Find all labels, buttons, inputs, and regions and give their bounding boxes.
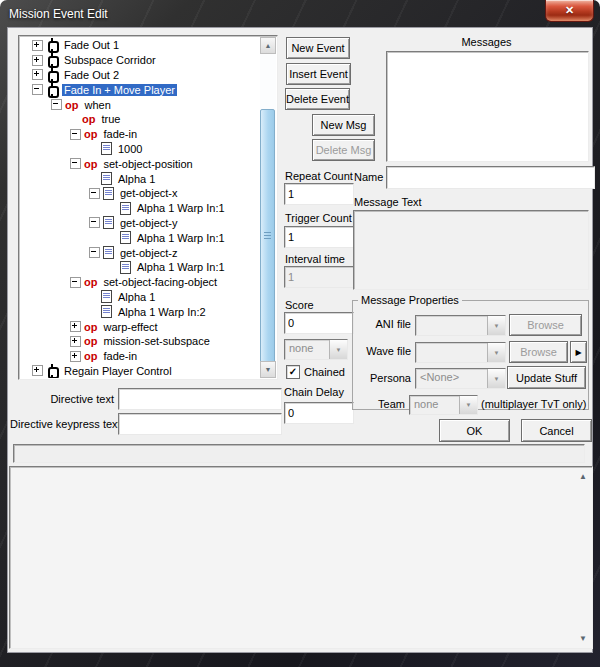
dialog-client-area: Fade Out 1Subspace CorridorFade Out 2Fad… xyxy=(8,28,592,652)
close-button[interactable]: ✕ xyxy=(545,0,594,22)
scroll-up-button[interactable]: ▲ xyxy=(260,37,276,54)
collapse-minus-icon[interactable] xyxy=(70,129,81,140)
cancel-button[interactable]: Cancel xyxy=(521,419,592,442)
tree-row[interactable]: get-object-z xyxy=(20,245,260,260)
collapse-minus-icon[interactable] xyxy=(89,247,100,258)
tree-row[interactable]: opfade-in xyxy=(20,127,260,142)
repeat-count-input[interactable] xyxy=(284,183,354,205)
collapse-minus-icon[interactable] xyxy=(70,277,81,288)
directive-keypress-label: Directive keypress text xyxy=(10,418,114,430)
score-input[interactable] xyxy=(284,312,354,334)
name-input[interactable] xyxy=(386,166,595,189)
trigger-count-label: Trigger Count xyxy=(285,212,352,224)
delete-event-button[interactable]: Delete Event xyxy=(285,88,350,110)
tree-row[interactable]: 1000 xyxy=(20,142,260,157)
scrollbar-thumb[interactable] xyxy=(260,109,275,363)
title-bar[interactable]: Mission Event Edit ✕ xyxy=(0,0,600,28)
interval-time-input xyxy=(284,266,354,288)
persona-combo: <None> ▼ xyxy=(415,368,506,389)
expand-plus-icon[interactable] xyxy=(32,55,43,66)
tree-scrollbar[interactable]: ▲ ▼ xyxy=(260,37,276,378)
tree-row[interactable]: opset-object-facing-object xyxy=(20,275,260,290)
interval-time-label: Interval time xyxy=(285,253,345,265)
chained-checkbox[interactable]: ✓ xyxy=(286,365,300,379)
tree-row[interactable]: Subspace Corridor xyxy=(20,53,260,68)
tree-row[interactable]: Alpha 1 Warp In:1 xyxy=(20,230,260,245)
ani-file-combo: ▼ xyxy=(415,315,506,336)
chain-link-icon xyxy=(46,38,58,52)
new-msg-label: New Msg xyxy=(321,119,367,131)
scroll-up-icon[interactable]: ▲ xyxy=(579,472,587,481)
wave-browse-button: Browse xyxy=(509,341,568,363)
tree-row[interactable]: Alpha 1 xyxy=(20,290,260,305)
expand-plus-icon[interactable] xyxy=(32,365,43,376)
tree-row[interactable]: Regain Player Control xyxy=(20,364,260,378)
check-icon: ✓ xyxy=(289,367,297,377)
data-node-icon xyxy=(101,142,112,155)
event-tree[interactable]: Fade Out 1Subspace CorridorFade Out 2Fad… xyxy=(18,35,278,380)
scroll-down-button[interactable]: ▼ xyxy=(260,361,276,378)
collapse-minus-icon[interactable] xyxy=(51,99,62,110)
tree-node-label: set-object-facing-object xyxy=(101,276,219,288)
expand-plus-icon[interactable] xyxy=(70,351,81,362)
tree-row[interactable]: opset-object-position xyxy=(20,156,260,171)
tree-row[interactable]: Fade Out 2 xyxy=(20,68,260,83)
message-properties-title: Message Properties xyxy=(358,294,462,306)
chain-delay-input[interactable] xyxy=(284,402,354,424)
update-stuff-button[interactable]: Update Stuff xyxy=(507,366,586,389)
messages-label: Messages xyxy=(386,36,587,48)
tree-row[interactable]: opwhen xyxy=(20,97,260,112)
tree-row[interactable]: opmission-set-subspace xyxy=(20,334,260,349)
wave-file-combo: ▼ xyxy=(415,342,506,363)
directive-text-label: Directive text xyxy=(10,393,114,405)
tree-row[interactable]: get-object-x xyxy=(20,186,260,201)
operator-icon: op xyxy=(84,128,97,140)
tree-row[interactable]: Alpha 1 Warp In:2 xyxy=(20,304,260,319)
operator-icon: op xyxy=(65,99,78,111)
collapse-minus-icon[interactable] xyxy=(89,217,100,228)
collapse-minus-icon[interactable] xyxy=(32,84,43,95)
up-arrow-icon: ▲ xyxy=(265,42,272,49)
delete-event-label: Delete Event xyxy=(286,93,349,105)
expand-plus-icon[interactable] xyxy=(70,336,81,347)
directive-keypress-input[interactable] xyxy=(118,413,282,435)
tree-row[interactable]: Alpha 1 Warp In:1 xyxy=(20,260,260,275)
expand-plus-icon[interactable] xyxy=(70,321,81,332)
insert-event-button[interactable]: Insert Event xyxy=(286,63,351,85)
expand-plus-icon[interactable] xyxy=(32,69,43,80)
tree-row[interactable]: opfade-in xyxy=(20,349,260,364)
collapse-minus-icon[interactable] xyxy=(70,158,81,169)
tree-node-label: Subspace Corridor xyxy=(62,54,158,66)
tree-row[interactable]: Fade Out 1 xyxy=(20,38,260,53)
tree-row[interactable]: opwarp-effect xyxy=(20,319,260,334)
tree-row[interactable]: Alpha 1 Warp In:1 xyxy=(20,201,260,216)
play-icon: ▶ xyxy=(575,348,581,357)
tree-node-label: true xyxy=(99,113,122,125)
close-icon: ✕ xyxy=(565,4,574,17)
chain-delay-label: Chain Delay xyxy=(284,386,344,398)
collapse-minus-icon[interactable] xyxy=(89,188,100,199)
new-msg-button[interactable]: New Msg xyxy=(312,114,375,136)
chevron-down-icon: ▼ xyxy=(329,340,347,359)
chevron-down-icon: ▼ xyxy=(459,396,477,414)
ok-button[interactable]: OK xyxy=(439,419,510,442)
chain-link-icon xyxy=(46,83,58,97)
tree-row[interactable]: Alpha 1 xyxy=(20,171,260,186)
trigger-count-input[interactable] xyxy=(284,226,354,248)
expand-plus-icon[interactable] xyxy=(32,40,43,51)
score-label: Score xyxy=(285,299,314,311)
new-event-button[interactable]: New Event xyxy=(286,37,350,59)
tree-node-label: Alpha 1 Warp In:2 xyxy=(116,306,208,318)
tree-row[interactable]: optrue xyxy=(20,112,260,127)
repeat-count-label: Repeat Count xyxy=(285,170,353,182)
tree-row[interactable]: get-object-y xyxy=(20,216,260,231)
tree-node-label: Alpha 1 Warp In:1 xyxy=(135,232,227,244)
persona-value: <None> xyxy=(416,369,487,388)
scroll-down-icon[interactable]: ▼ xyxy=(579,634,587,643)
messages-listbox[interactable] xyxy=(386,51,589,162)
tree-row[interactable]: Fade In + Move Player xyxy=(20,82,260,97)
message-text-area xyxy=(353,210,589,290)
play-wave-button[interactable]: ▶ xyxy=(570,341,587,363)
chain-combo-value: none xyxy=(285,340,329,359)
directive-text-input[interactable] xyxy=(118,388,282,410)
